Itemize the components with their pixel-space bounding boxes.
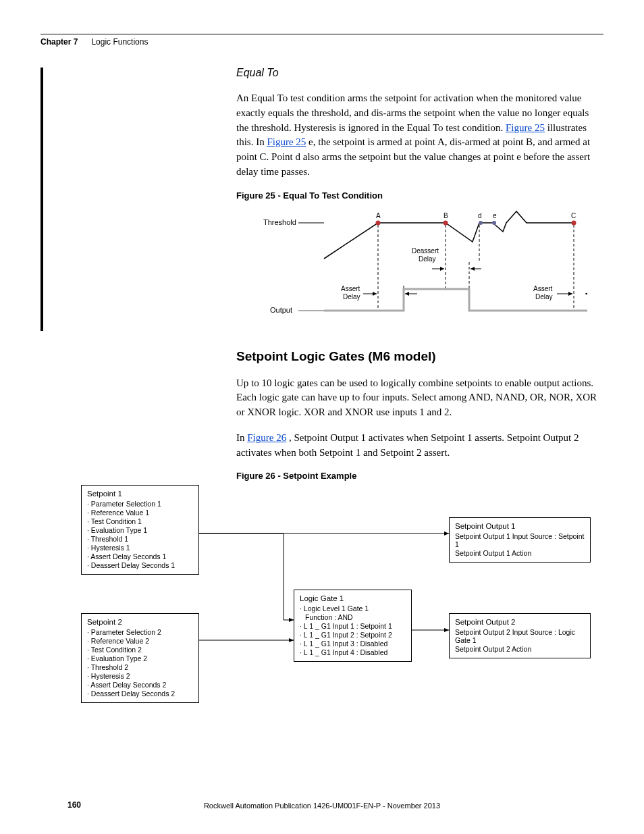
- box-item: Deassert Delay Seconds 2: [87, 689, 193, 698]
- setpoint-output-1-box: Setpoint Output 1 Setpoint Output 1 Inpu…: [449, 517, 591, 563]
- figure-25-link[interactable]: Figure 25: [506, 122, 545, 133]
- footer-publication: Rockwell Automation Publication 1426-UM0…: [0, 802, 644, 810]
- setpoint-output-2-box: Setpoint Output 2 Setpoint Output 2 Inpu…: [449, 613, 591, 658]
- logic-gates-para-2: In Figure 26 , Setpoint Output 1 activat…: [236, 431, 603, 461]
- chapter-title: Logic Functions: [91, 37, 148, 47]
- box-item: Parameter Selection 2: [87, 628, 193, 636]
- box-item: Hysteresis 2: [87, 672, 193, 680]
- box-item: Logic Level 1 Gate 1: [300, 604, 406, 613]
- figure-25-link-2[interactable]: Figure 25: [267, 136, 306, 147]
- box-item: Function : AND: [300, 613, 406, 621]
- box-item: L 1 _ G1 Input 4 : Disabled: [300, 648, 406, 656]
- box-item: Test Condition 2: [87, 646, 193, 654]
- box-title: Setpoint 2: [87, 618, 193, 626]
- assert-delay-label-2: Assert: [533, 285, 553, 292]
- logic-gates-heading: Setpoint Logic Gates (M6 model): [236, 349, 603, 364]
- box-item: Evaluation Type 1: [87, 526, 193, 534]
- box-item: Hysteresis 1: [87, 544, 193, 552]
- assert-delay-label-1: Assert: [341, 285, 360, 292]
- equal-to-heading: Equal To: [236, 67, 603, 79]
- box-item: Assert Delay Seconds 2: [87, 681, 193, 689]
- svg-text:Delay: Delay: [419, 255, 436, 263]
- point-a-marker: [376, 220, 381, 225]
- box-item: Setpoint Output 1 Input Source : Setpoin…: [455, 532, 585, 548]
- box-item: Setpoint Output 1 Action: [455, 549, 585, 557]
- svg-text:Delay: Delay: [535, 293, 553, 301]
- svg-text:Delay: Delay: [343, 293, 360, 301]
- header-rule: [41, 34, 603, 34]
- box-item: L 1 _ G1 Input 1 : Setpoint 1: [300, 622, 406, 630]
- figure-26-caption: Figure 26 - Setpoint Example: [236, 471, 603, 481]
- box-item: Threshold 2: [87, 663, 193, 671]
- box-item: Deassert Delay Seconds 1: [87, 561, 193, 569]
- figure-26-diagram: Setpoint 1 Parameter Selection 1 Referen…: [81, 485, 603, 708]
- label-d: d: [478, 212, 482, 219]
- box-item: L 1 _ G1 Input 2 : Setpoint 2: [300, 631, 406, 639]
- chapter-header: Chapter 7 Logic Functions: [41, 37, 603, 47]
- box-item: Test Condition 1: [87, 517, 193, 525]
- logic-gate-box: Logic Gate 1 Logic Level 1 Gate 1 Functi…: [294, 590, 412, 662]
- threshold-label: Threshold: [263, 218, 296, 226]
- box-title: Setpoint Output 1: [455, 522, 585, 530]
- main-content: Equal To An Equal To test condition arms…: [236, 67, 603, 481]
- text-run: , Setpoint Output 1 activates when Setpo…: [236, 432, 579, 458]
- figure-25-diagram: Threshold Output A B d e C: [236, 205, 603, 329]
- svg-marker-10: [373, 292, 377, 296]
- point-d-marker: [479, 221, 483, 225]
- label-c: C: [571, 212, 576, 219]
- chapter-label: Chapter 7: [41, 37, 78, 47]
- figure-25-caption: Figure 25 - Equal To Test Condition: [236, 190, 603, 201]
- box-item: Assert Delay Seconds 1: [87, 552, 193, 561]
- text-run: In: [236, 432, 247, 443]
- label-e: e: [493, 212, 497, 219]
- svg-marker-12: [405, 292, 409, 296]
- svg-marker-22: [585, 292, 587, 296]
- svg-marker-15: [440, 267, 444, 271]
- setpoint-1-box: Setpoint 1 Parameter Selection 1 Referen…: [81, 485, 199, 575]
- box-item: Setpoint Output 2 Input Source : Logic G…: [455, 628, 585, 644]
- setpoint-2-box: Setpoint 2 Parameter Selection 2 Referen…: [81, 613, 199, 703]
- equal-to-paragraph: An Equal To test condition arms the setp…: [236, 91, 603, 180]
- box-item: Evaluation Type 2: [87, 654, 193, 662]
- point-b-marker: [444, 220, 448, 225]
- deassert-delay-label: Deassert: [412, 247, 439, 255]
- output-label: Output: [270, 306, 292, 314]
- box-title: Setpoint 1: [87, 490, 193, 498]
- box-item: Threshold 1: [87, 535, 193, 543]
- label-b: B: [444, 212, 448, 219]
- logic-gates-para-1: Up to 10 logic gates can be used to logi…: [236, 376, 603, 420]
- box-title: Logic Gate 1: [300, 594, 406, 602]
- box-item: Reference Value 2: [87, 637, 193, 645]
- box-item: L 1 _ G1 Input 3 : Disabled: [300, 640, 406, 648]
- svg-marker-17: [471, 267, 475, 271]
- box-item: Setpoint Output 2 Action: [455, 645, 585, 653]
- figure-26-link[interactable]: Figure 26: [247, 432, 286, 443]
- side-accent-bar: [41, 68, 43, 331]
- box-title: Setpoint Output 2: [455, 618, 585, 626]
- svg-marker-20: [568, 292, 572, 296]
- point-c-marker: [572, 220, 576, 225]
- point-e-marker: [492, 221, 496, 225]
- box-item: Reference Value 1: [87, 509, 193, 517]
- label-a: A: [376, 212, 381, 219]
- page: Chapter 7 Logic Functions Equal To An Eq…: [0, 0, 644, 834]
- box-item: Parameter Selection 1: [87, 500, 193, 508]
